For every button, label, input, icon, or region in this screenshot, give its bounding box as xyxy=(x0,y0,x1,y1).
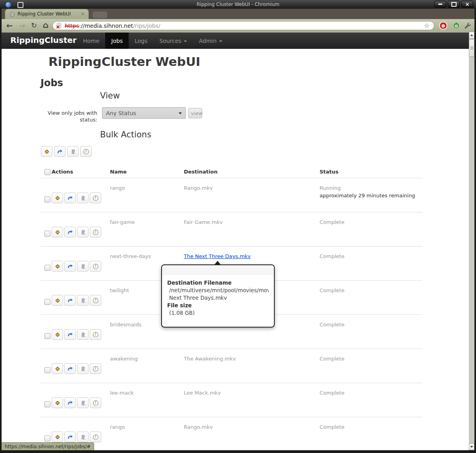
status-filter-select[interactable]: Any Status xyxy=(102,107,186,119)
close-icon: × xyxy=(466,2,469,7)
view-button[interactable]: view xyxy=(188,108,202,118)
row-checkbox[interactable] xyxy=(44,231,50,237)
bookmark-star-icon[interactable]: ☆ xyxy=(424,22,430,29)
retry-button[interactable] xyxy=(64,227,76,237)
retry-button[interactable] xyxy=(64,261,76,272)
abort-button[interactable] xyxy=(52,261,63,272)
scrollbar-grip xyxy=(470,46,473,47)
abort-button[interactable] xyxy=(52,397,63,408)
schedule-button[interactable] xyxy=(90,432,101,442)
globe-favicon-icon xyxy=(10,11,15,17)
schedule-button[interactable] xyxy=(90,397,101,408)
delete-button[interactable] xyxy=(77,329,89,340)
schedule-button[interactable] xyxy=(90,193,101,203)
column-header-actions: Actions xyxy=(52,169,73,175)
delete-icon xyxy=(80,195,86,201)
scrollbar-thumb[interactable] xyxy=(469,39,474,57)
schedule-button[interactable] xyxy=(90,227,101,237)
reload-icon[interactable]: ↻ xyxy=(31,21,37,30)
abort-button[interactable] xyxy=(52,432,63,442)
abort-button[interactable] xyxy=(41,146,52,157)
vertical-scrollbar[interactable] xyxy=(469,32,474,450)
stop-hand-extension-icon[interactable] xyxy=(439,21,447,31)
row-checkbox[interactable] xyxy=(44,367,50,373)
abort-button[interactable] xyxy=(52,363,63,374)
popover-body: Destination Filename /net/multiverse/mnt… xyxy=(162,275,274,321)
scroll-up-icon xyxy=(470,34,473,36)
tab-close-icon[interactable]: × xyxy=(81,11,85,17)
scroll-down-button[interactable] xyxy=(469,443,474,450)
url-text[interactable]: https://media.sihnon.net/rips/jobs/ xyxy=(65,23,160,29)
delete-button[interactable] xyxy=(77,227,89,237)
back-icon[interactable]: ← xyxy=(6,21,13,30)
browser-tab[interactable]: Ripping Cluster WebUI × xyxy=(5,9,89,19)
row-checkbox[interactable] xyxy=(44,197,50,202)
nav-item-home[interactable]: Home xyxy=(77,33,105,49)
row-checkbox[interactable] xyxy=(44,436,50,441)
job-status: Complete xyxy=(320,287,345,293)
nav-item-jobs[interactable]: Jobs xyxy=(105,33,129,49)
row-actions xyxy=(52,363,101,374)
nav-item-label: Admin xyxy=(199,38,217,44)
row-checkbox[interactable] xyxy=(44,265,50,271)
retry-icon xyxy=(67,366,73,372)
destination-text: The Awakening.mkv xyxy=(184,356,236,362)
schedule-button[interactable] xyxy=(90,261,101,272)
tab-title: Ripping Cluster WebUI xyxy=(17,11,71,17)
retry-button[interactable] xyxy=(64,397,76,408)
wrench-menu-icon[interactable] xyxy=(464,22,471,31)
new-tab-button[interactable] xyxy=(93,12,107,18)
delete-icon xyxy=(80,229,86,235)
delete-button[interactable] xyxy=(77,397,89,408)
scroll-up-button[interactable] xyxy=(469,32,474,39)
delete-button[interactable] xyxy=(77,295,89,306)
retry-button[interactable] xyxy=(64,329,76,340)
retry-button[interactable] xyxy=(64,193,76,203)
schedule-button[interactable] xyxy=(90,329,101,340)
nav-item-admin[interactable]: Admin xyxy=(193,33,228,49)
delete-button[interactable] xyxy=(77,363,89,374)
select-all-checkbox[interactable] xyxy=(44,169,50,175)
home-icon[interactable]: ⌂ xyxy=(43,20,48,30)
row-checkbox[interactable] xyxy=(44,401,50,407)
schedule-icon xyxy=(83,148,89,155)
destination-link[interactable]: The Next Three Days.mkv xyxy=(184,253,251,259)
retry-icon xyxy=(67,263,73,270)
delete-button[interactable] xyxy=(77,193,89,203)
delete-button[interactable] xyxy=(67,146,79,157)
job-status: Complete xyxy=(320,356,345,362)
address-bar[interactable]: https://media.sihnon.net/rips/jobs/ ☆ xyxy=(52,21,434,30)
minimize-button[interactable] xyxy=(434,1,446,8)
row-checkbox[interactable] xyxy=(44,299,50,305)
insecure-page-icon[interactable] xyxy=(56,23,62,29)
abort-button[interactable] xyxy=(52,227,63,237)
brand-logo[interactable]: RippingCluster xyxy=(10,35,77,45)
nav-item-logs[interactable]: Logs xyxy=(129,33,153,49)
delete-icon xyxy=(80,366,86,372)
tab-strip: Ripping Cluster WebUI × xyxy=(2,9,474,19)
delete-button[interactable] xyxy=(77,261,89,272)
nav-menu: HomeJobsLogsSourcesAdmin xyxy=(77,33,228,49)
abort-icon xyxy=(54,366,61,372)
abort-button[interactable] xyxy=(52,329,63,340)
retry-button[interactable] xyxy=(64,295,76,306)
abort-button[interactable] xyxy=(52,193,63,203)
close-button[interactable]: × xyxy=(461,1,473,8)
nav-item-sources[interactable]: Sources xyxy=(154,33,193,49)
maximize-button[interactable] xyxy=(448,1,460,8)
schedule-button[interactable] xyxy=(80,146,92,157)
popover-size-label: File size xyxy=(167,302,269,309)
delete-button[interactable] xyxy=(77,432,89,442)
schedule-button[interactable] xyxy=(90,363,101,374)
retry-button[interactable] xyxy=(64,432,76,442)
retry-icon xyxy=(57,148,63,155)
site-navbar: RippingCluster HomeJobsLogsSourcesAdmin xyxy=(2,33,469,49)
abort-button[interactable] xyxy=(52,295,63,306)
green-extension-icon[interactable] xyxy=(453,22,460,31)
row-checkbox[interactable] xyxy=(44,333,50,339)
retry-button[interactable] xyxy=(54,146,66,157)
schedule-button[interactable] xyxy=(90,295,101,306)
table-row: lee-mackLee Mack.mkvComplete xyxy=(41,383,422,417)
retry-button[interactable] xyxy=(64,363,76,374)
job-name: rango xyxy=(110,424,125,430)
